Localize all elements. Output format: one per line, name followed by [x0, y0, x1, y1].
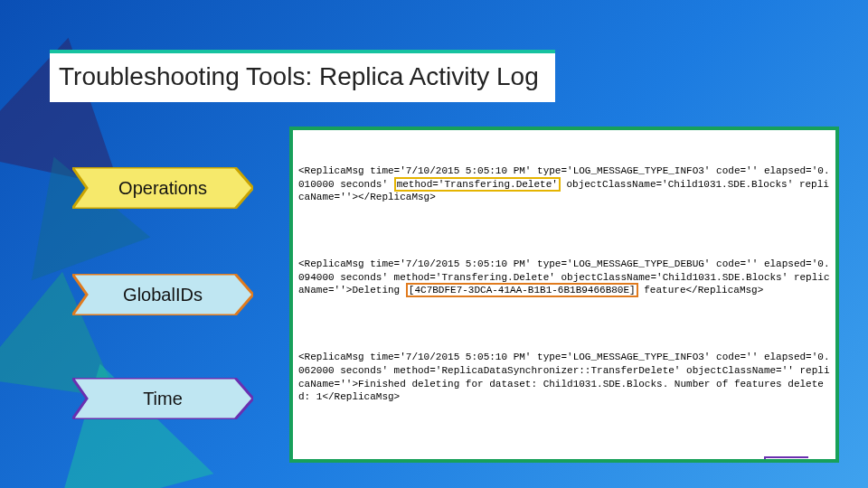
highlight-globalids: [4C7BDFE7-3DCA-41AA-B1B1-6B1B9466B80E]: [406, 283, 638, 297]
log-text: <ReplicaMsg time='7/10/2015 5:05:10 PM' …: [298, 458, 764, 463]
log-entry: <ReplicaMsg time='7/10/2015 5:05:10 PM' …: [298, 164, 830, 205]
log-entry: <ReplicaMsg time='7/10/2015 5:05:10 PM' …: [298, 351, 830, 404]
label-operations: Operations: [72, 167, 253, 209]
log-entry: <ReplicaMsg time='7/10/2015 5:05:10 PM' …: [298, 258, 830, 298]
label-operations-text: Operations: [118, 178, 207, 199]
label-time: Time: [72, 378, 253, 419]
highlight-operations: method='Transfering.Delete': [394, 177, 561, 192]
page-title-text: Troubleshooting Tools: Replica Activity …: [59, 62, 539, 90]
log-text: <ReplicaMsg time='7/10/2015 5:05:10 PM' …: [298, 352, 830, 403]
label-time-text: Time: [143, 389, 183, 409]
log-text: feature</ReplicaMsg>: [638, 285, 764, 296]
log-entry: <ReplicaMsg time='7/10/2015 5:05:10 PM' …: [298, 457, 830, 463]
slide-root: Troubleshooting Tools: Replica Activity …: [0, 0, 868, 488]
page-title: Troubleshooting Tools: Replica Activity …: [50, 50, 555, 102]
label-globalids: GlobalIDs: [72, 274, 253, 315]
log-panel: <ReplicaMsg time='7/10/2015 5:05:10 PM' …: [289, 127, 839, 463]
label-globalids-text: GlobalIDs: [123, 285, 203, 305]
